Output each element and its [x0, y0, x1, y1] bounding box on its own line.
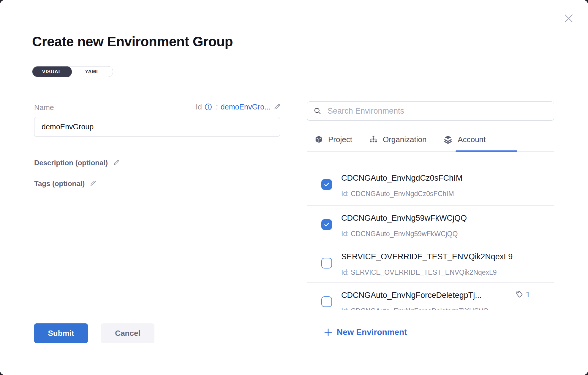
- environment-name: CDCNGAuto_EnvNg59wFkWCjQQ: [341, 214, 467, 223]
- description-label: Description (optional): [34, 159, 108, 167]
- environment-name: CDCNGAuto_EnvNgForceDeletegpTj...: [341, 291, 482, 300]
- environment-list: CDCNGAuto_EnvNgdCz0sFChIM Id: CDCNGAuto_…: [307, 152, 554, 310]
- cube-icon: [314, 135, 323, 144]
- new-environment-label: New Environment: [337, 328, 407, 337]
- environment-row[interactable]: CDCNGAuto_EnvNgdCz0sFChIM Id: CDCNGAuto_…: [307, 162, 554, 205]
- page-title: Create new Environment Group: [32, 34, 233, 50]
- environment-row[interactable]: CDCNGAuto_EnvNgForceDeletegpTj... 1 Id: …: [307, 282, 554, 310]
- submit-button[interactable]: Submit: [34, 323, 88, 343]
- name-input[interactable]: [34, 117, 280, 137]
- tab-project[interactable]: Project: [314, 135, 352, 144]
- name-label: Name: [34, 103, 54, 112]
- search-environments-box: [307, 101, 554, 121]
- org-chart-icon: [369, 135, 378, 144]
- info-icon[interactable]: [205, 103, 212, 111]
- tag-count: 1: [526, 290, 530, 299]
- description-row: Description (optional): [34, 159, 120, 167]
- panel-divider: [294, 89, 294, 346]
- id-separator: :: [216, 103, 218, 111]
- check-icon: [323, 221, 330, 228]
- create-environment-group-modal: Create new Environment Group VISUAL YAML…: [0, 0, 588, 375]
- active-tab-indicator: [456, 150, 517, 152]
- environment-name: CDCNGAuto_EnvNgdCz0sFChIM: [341, 174, 462, 183]
- environment-id: Id: CDCNGAuto_EnvNgdCz0sFChIM: [341, 190, 454, 198]
- view-mode-toggle: VISUAL YAML: [32, 66, 113, 77]
- environment-checkbox[interactable]: [321, 179, 332, 190]
- header-divider: [31, 89, 558, 89]
- screen: Create new Environment Group VISUAL YAML…: [0, 0, 588, 375]
- environment-row[interactable]: SERVICE_OVERRIDE_TEST_ENVQik2NqexL9 Id: …: [307, 244, 554, 282]
- close-icon: [563, 12, 575, 24]
- tag-icon: [515, 290, 524, 299]
- toggle-visual[interactable]: VISUAL: [32, 66, 72, 77]
- environment-checkbox[interactable]: [321, 219, 332, 230]
- environment-id: Id: SERVICE_OVERRIDE_TEST_ENVQik2NqexL9: [341, 268, 497, 277]
- tab-project-label: Project: [328, 135, 352, 144]
- tab-organization-label: Organization: [383, 135, 426, 144]
- tab-account[interactable]: Account: [443, 135, 486, 144]
- environment-name: SERVICE_OVERRIDE_TEST_ENVQik2NqexL9: [341, 252, 513, 261]
- environment-checkbox[interactable]: [321, 258, 332, 268]
- new-environment-button[interactable]: New Environment: [323, 328, 407, 337]
- edit-tags-icon[interactable]: [89, 180, 97, 188]
- edit-description-icon[interactable]: [113, 159, 120, 167]
- search-environments-input[interactable]: [322, 102, 554, 120]
- plus-icon: [323, 328, 333, 337]
- tab-organization[interactable]: Organization: [369, 135, 426, 144]
- environment-row[interactable]: CDCNGAuto_EnvNg59wFkWCjQQ Id: CDCNGAuto_…: [307, 205, 554, 244]
- cancel-button[interactable]: Cancel: [101, 323, 154, 343]
- scope-tabs: Project Organization Account: [314, 133, 486, 146]
- id-label: Id: [196, 103, 202, 111]
- tag-count-badge: 1: [515, 290, 530, 299]
- search-icon: [314, 107, 322, 115]
- edit-id-icon[interactable]: [273, 103, 282, 111]
- close-button[interactable]: [562, 12, 575, 25]
- tags-row: Tags (optional): [34, 179, 97, 188]
- environment-checkbox[interactable]: [321, 296, 332, 307]
- id-value[interactable]: demoEnvGro...: [221, 103, 271, 111]
- check-icon: [323, 181, 330, 188]
- tags-label: Tags (optional): [34, 179, 85, 188]
- entity-id-row: Id : demoEnvGro...: [154, 103, 282, 111]
- environment-id: Id: CDCNGAuto_EnvNg59wFkWCjQQ: [341, 230, 458, 238]
- toggle-yaml[interactable]: YAML: [72, 66, 113, 77]
- tab-account-label: Account: [458, 135, 486, 144]
- layers-icon: [443, 135, 453, 144]
- environment-id: Id: CDCNGAuto_EnvNgForceDeletegpTjXHSVQ: [341, 307, 489, 310]
